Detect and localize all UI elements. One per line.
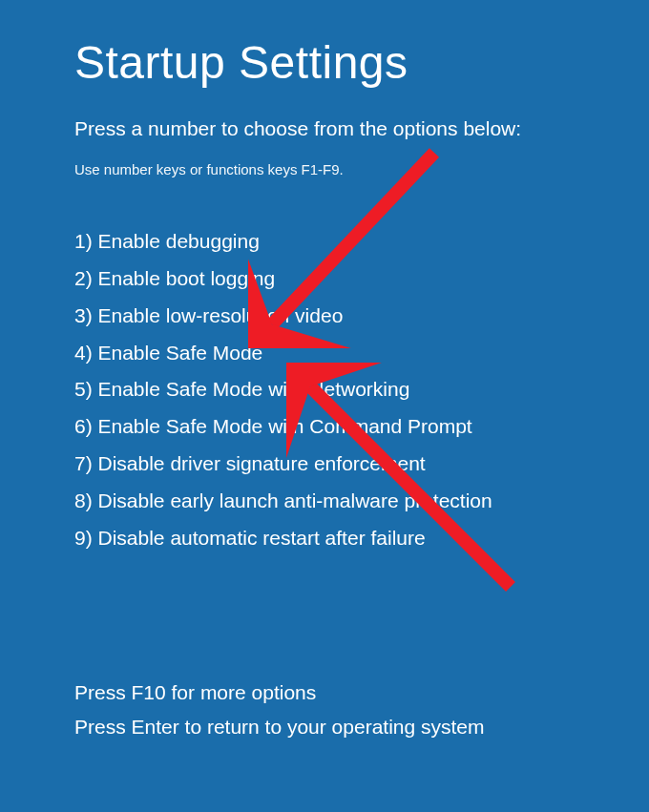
page-title: Startup Settings bbox=[74, 36, 649, 89]
option-item: 3) Enable low-resolution video bbox=[74, 298, 649, 335]
option-item: 8) Disable early launch anti-malware pro… bbox=[74, 483, 649, 520]
option-item: 5) Enable Safe Mode with Networking bbox=[74, 371, 649, 408]
hint-text: Use number keys or functions keys F1-F9. bbox=[74, 161, 649, 177]
options-list: 1) Enable debugging 2) Enable boot loggi… bbox=[74, 223, 649, 557]
footer-return: Press Enter to return to your operating … bbox=[74, 710, 485, 745]
subtitle: Press a number to choose from the option… bbox=[74, 117, 649, 140]
footer: Press F10 for more options Press Enter t… bbox=[74, 676, 485, 746]
option-item: 6) Enable Safe Mode with Command Prompt bbox=[74, 408, 649, 446]
option-item: 9) Disable automatic restart after failu… bbox=[74, 520, 649, 557]
option-item: 7) Disable driver signature enforcement bbox=[74, 446, 649, 483]
option-item: 4) Enable Safe Mode bbox=[74, 335, 649, 372]
option-item: 1) Enable debugging bbox=[74, 223, 649, 260]
option-item: 2) Enable boot logging bbox=[74, 260, 649, 298]
footer-more-options: Press F10 for more options bbox=[74, 676, 485, 711]
